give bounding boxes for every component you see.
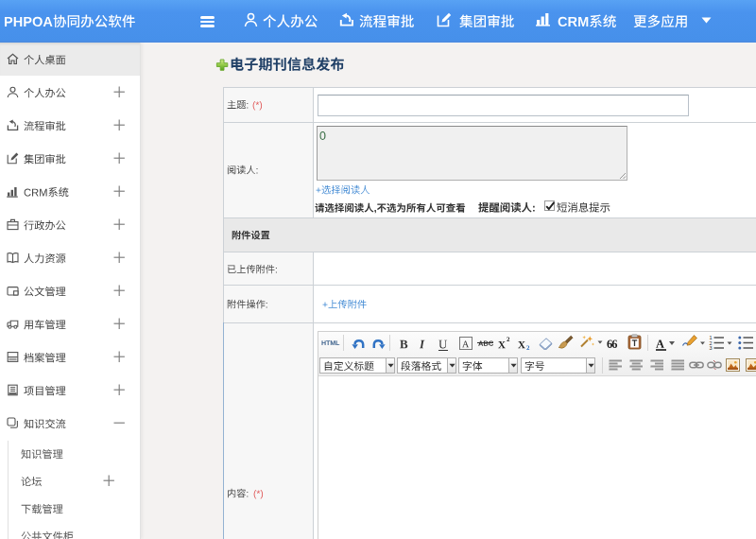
svg-text:3: 3 [710, 345, 713, 350]
